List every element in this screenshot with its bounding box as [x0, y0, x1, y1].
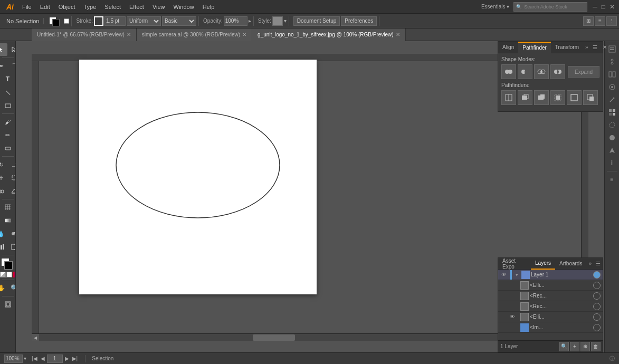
gradient-tool-btn[interactable]: [2, 214, 14, 227]
curvature-tool-btn[interactable]: ⌒: [8, 60, 16, 72]
right-icon-3[interactable]: [606, 69, 618, 80]
right-icon-6[interactable]: [606, 107, 618, 118]
right-icon-5[interactable]: [606, 94, 618, 106]
pf-tabs-menu-btn[interactable]: ☰: [591, 44, 599, 50]
ly-tabs-more-btn[interactable]: »: [586, 261, 594, 266]
prev-artboard-btn[interactable]: ◀: [40, 356, 46, 361]
free-transform-tool-btn[interactable]: [8, 171, 16, 184]
eyedropper-tool-btn[interactable]: 💧: [0, 227, 7, 240]
pf-tab-transform[interactable]: Transform: [551, 42, 583, 53]
divide-btn[interactable]: [501, 90, 516, 105]
ly-tab-asset[interactable]: Asset Expo: [498, 258, 531, 270]
menu-effect[interactable]: Effect: [125, 3, 148, 11]
zoom-input[interactable]: [4, 355, 23, 363]
find-layer-btn[interactable]: 🔍: [559, 342, 569, 351]
new-layer-btn[interactable]: +: [570, 342, 579, 351]
menu-help[interactable]: Help: [198, 3, 219, 11]
stroke-weight-input[interactable]: [104, 16, 126, 26]
menu-edit[interactable]: Edit: [36, 3, 54, 11]
document-setup-button[interactable]: Document Setup: [293, 16, 340, 26]
intersect-btn[interactable]: [534, 64, 549, 79]
next-artboard-btn[interactable]: ▶: [64, 356, 70, 361]
fill-stroke-icon[interactable]: [48, 16, 62, 26]
artboard-tool-btn[interactable]: [8, 241, 16, 253]
pencil-tool-btn[interactable]: ✏: [2, 129, 14, 141]
tab-logo[interactable]: g_unit_logo_no_1_by_sifreex.jpg @ 100% (…: [252, 28, 406, 41]
h-scroll-left-btn[interactable]: ◀: [32, 334, 39, 341]
unite-btn[interactable]: [501, 64, 516, 79]
layer-1-target-circle[interactable]: [593, 271, 601, 279]
panel-arrange-btn[interactable]: ⊞: [583, 16, 594, 26]
search-stock[interactable]: 🔍 Search Adobe Stock: [513, 2, 587, 12]
tab-close-camera[interactable]: ✕: [242, 32, 246, 37]
line-tool-btn[interactable]: |: [2, 86, 14, 99]
ly-tab-artboards[interactable]: Artboards: [555, 258, 586, 270]
merge-btn[interactable]: [534, 90, 549, 105]
menu-window[interactable]: Window: [169, 3, 198, 11]
h-scroll-thumb[interactable]: [253, 334, 295, 341]
pf-tab-pathfinder[interactable]: Pathfinder: [518, 42, 551, 53]
none-color-icon[interactable]: [0, 272, 6, 277]
maximize-btn[interactable]: □: [599, 3, 607, 11]
new-sublayer-btn[interactable]: ⊕: [580, 342, 590, 351]
pf-tabs-more-btn[interactable]: »: [583, 44, 591, 50]
sublayer-elli1-circle[interactable]: [593, 282, 601, 289]
right-icon-2[interactable]: [606, 56, 618, 68]
opacity-input[interactable]: [224, 16, 247, 26]
trim-btn[interactable]: [518, 90, 532, 105]
perspective-tool-btn[interactable]: [8, 185, 16, 197]
hand-tool-btn[interactable]: ✋: [0, 282, 7, 294]
sublayer-rec1-row[interactable]: <Rec...: [498, 291, 603, 301]
pen-tool-btn[interactable]: ✒: [0, 60, 7, 72]
status-info-icon[interactable]: ⓘ: [610, 355, 615, 362]
artboard-number-input[interactable]: [47, 355, 63, 363]
right-icon-collapse[interactable]: ≡: [606, 174, 618, 185]
graph-tool-btn[interactable]: [0, 241, 7, 253]
selection-tool-btn[interactable]: [0, 43, 7, 56]
shape-builder-tool-btn[interactable]: [0, 185, 7, 197]
zoom-tool-btn[interactable]: 🔍: [8, 282, 16, 294]
exclude-btn[interactable]: [550, 64, 565, 79]
direct-select-tool-btn[interactable]: [8, 43, 16, 56]
menu-object[interactable]: Object: [54, 3, 80, 11]
right-icon-7[interactable]: [606, 119, 618, 131]
ly-tab-layers[interactable]: Layers: [531, 258, 555, 270]
right-icon-4[interactable]: [606, 81, 618, 93]
sublayer-elli2-circle[interactable]: [593, 313, 601, 321]
scale-tool-btn[interactable]: [8, 158, 16, 171]
menu-select[interactable]: Select: [100, 3, 125, 11]
right-icon-8[interactable]: [606, 132, 618, 143]
opacity-more-icon[interactable]: ▸: [249, 18, 251, 24]
menu-type[interactable]: Type: [80, 3, 101, 11]
sublayer-rec2-visibility[interactable]: [508, 302, 517, 311]
minus-front-btn[interactable]: [518, 64, 532, 79]
more-options-btn[interactable]: ⋮: [606, 16, 617, 26]
blend-tool-btn[interactable]: [8, 227, 16, 240]
rect-tool-btn[interactable]: [2, 99, 14, 112]
tab-camera[interactable]: simple camera.ai @ 300% (RGB/Preview) ✕: [137, 28, 252, 41]
sublayer-elli2-row[interactable]: 👁 <Elli...: [498, 312, 603, 322]
delete-layer-btn[interactable]: 🗑: [591, 342, 601, 351]
sublayer-im-row[interactable]: <Im...: [498, 322, 603, 333]
stroke-style-select[interactable]: Basic: [162, 16, 196, 26]
sublayer-rec2-circle[interactable]: [593, 303, 601, 310]
layer-1-row[interactable]: 👁 ▾ Layer 1: [498, 270, 603, 280]
type-tool-btn[interactable]: T: [2, 73, 14, 85]
sublayer-rec1-visibility[interactable]: [508, 291, 517, 301]
sublayer-elli1-visibility[interactable]: [508, 281, 517, 290]
close-btn[interactable]: ✕: [607, 3, 617, 11]
paintbrush-tool-btn[interactable]: 🖌: [2, 116, 14, 128]
color-boxes[interactable]: [1, 258, 15, 270]
tab-close-untitled[interactable]: ✕: [127, 32, 131, 37]
mesh-tool-btn[interactable]: [2, 201, 14, 214]
sublayer-rec1-circle[interactable]: [593, 292, 601, 300]
stroke-color-swatch[interactable]: [94, 16, 103, 26]
pf-tab-align[interactable]: Align: [498, 42, 518, 53]
stroke-type-select[interactable]: Uniform: [127, 16, 161, 26]
last-artboard-btn[interactable]: ▶|: [71, 356, 79, 361]
h-scroll-track[interactable]: [39, 334, 574, 341]
sublayer-im-visibility[interactable]: [508, 323, 517, 332]
style-swatch[interactable]: [272, 16, 283, 26]
right-icon-10[interactable]: i: [606, 157, 618, 169]
expand-button[interactable]: Expand: [568, 66, 599, 78]
